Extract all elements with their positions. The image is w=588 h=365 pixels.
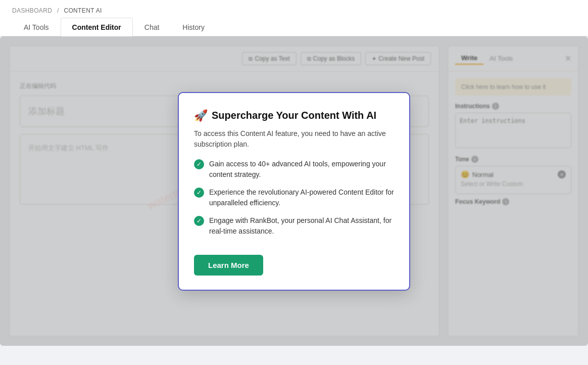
tab-ai-tools[interactable]: AI Tools: [12, 18, 61, 36]
tab-bar: AI Tools Content Editor Chat History: [12, 17, 576, 36]
tab-history[interactable]: History: [171, 18, 216, 36]
learn-more-button[interactable]: Learn More: [194, 255, 263, 276]
main-content: ⧉ Copy as Text ⧉ Copy as Blocks ✦ Create…: [0, 36, 588, 346]
top-bar: DASHBOARD / CONTENT AI AI Tools Content …: [0, 0, 588, 36]
upgrade-modal: 🚀 Supercharge Your Content With AI To ac…: [178, 92, 410, 291]
breadcrumb-sep: /: [57, 7, 59, 14]
modal-feature-3-text: Engage with RankBot, your personal AI Ch…: [209, 215, 394, 237]
modal-feature-1: ✓ Gain access to 40+ advanced AI tools, …: [194, 159, 394, 180]
rocket-icon: 🚀: [194, 109, 208, 122]
breadcrumb-dashboard[interactable]: DASHBOARD: [12, 7, 52, 14]
modal-title: 🚀 Supercharge Your Content With AI: [194, 109, 394, 122]
modal-feature-2: ✓ Experience the revolutionary AI-powere…: [194, 187, 394, 208]
breadcrumb-current: CONTENT AI: [64, 7, 102, 14]
modal-feature-3: ✓ Engage with RankBot, your personal AI …: [194, 215, 394, 237]
check-icon-3: ✓: [194, 216, 204, 226]
breadcrumb: DASHBOARD / CONTENT AI: [12, 0, 576, 14]
tab-content-editor[interactable]: Content Editor: [61, 18, 133, 36]
modal-feature-2-text: Experience the revolutionary AI-powered …: [209, 187, 394, 208]
check-icon-2: ✓: [194, 188, 204, 198]
tab-chat[interactable]: Chat: [133, 18, 171, 36]
modal-overlay: 🚀 Supercharge Your Content With AI To ac…: [0, 36, 588, 346]
check-icon-1: ✓: [194, 159, 204, 169]
modal-subtitle: To access this Content AI feature, you n…: [194, 128, 394, 150]
modal-feature-1-text: Gain access to 40+ advanced AI tools, em…: [209, 159, 394, 180]
